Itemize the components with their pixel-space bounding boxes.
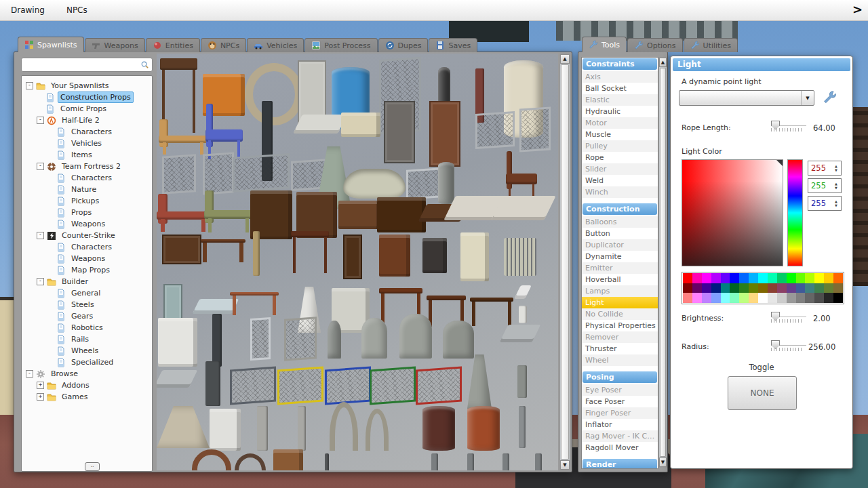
prop-thumbnail[interactable] <box>341 113 380 137</box>
blue-value-spinner[interactable]: 255▲▼ <box>808 196 842 211</box>
collapse-icon[interactable]: - <box>26 370 33 378</box>
scroll-down-button[interactable]: ▼ <box>560 460 570 470</box>
prop-thumbnail[interactable] <box>422 406 455 451</box>
tab-dupes[interactable]: Dupes <box>378 38 429 52</box>
prop-thumbnail[interactable] <box>277 367 323 405</box>
palette-swatch[interactable] <box>739 273 749 283</box>
palette-swatch[interactable] <box>824 273 833 283</box>
prop-thumbnail[interactable] <box>406 167 441 200</box>
tab-vehicles[interactable]: Vehicles <box>247 38 304 52</box>
prop-thumbnail[interactable] <box>253 231 260 276</box>
prop-thumbnail[interactable] <box>159 119 208 155</box>
prop-thumbnail[interactable] <box>203 152 234 195</box>
palette-swatch[interactable] <box>692 293 702 303</box>
palette-swatch[interactable] <box>758 273 768 283</box>
prop-thumbnail[interactable] <box>429 101 460 167</box>
scroll-up-button[interactable]: ▲ <box>560 54 570 64</box>
palette-swatch[interactable] <box>683 293 692 303</box>
palette-swatch[interactable] <box>768 283 777 293</box>
prop-thumbnail[interactable] <box>338 201 380 229</box>
palette-swatch[interactable] <box>768 273 777 283</box>
tool-item-weld[interactable]: Weld <box>582 175 658 186</box>
green-value-spinner[interactable]: 255▲▼ <box>808 178 842 193</box>
toggle-none-button[interactable]: NONE <box>728 376 797 410</box>
tree-node-vehicles[interactable]: Vehicles <box>22 138 152 149</box>
palette-swatch[interactable] <box>796 273 806 283</box>
collapse-icon[interactable]: - <box>37 163 44 170</box>
tree-node-weapons[interactable]: Weapons <box>22 218 152 230</box>
palette-swatch[interactable] <box>814 283 824 293</box>
tool-item-muscle[interactable]: Muscle <box>582 129 658 140</box>
palette-swatch[interactable] <box>711 293 721 303</box>
tree-node-builder[interactable]: -Builder <box>22 276 152 287</box>
prop-thumbnail[interactable] <box>273 449 303 470</box>
tab-weapons[interactable]: Weapons <box>85 38 145 52</box>
rope-length-slider[interactable] <box>770 121 806 131</box>
menu-item-npcs[interactable]: NPCs <box>56 5 98 15</box>
tree-node-your-spawnlists[interactable]: -Your Spawnlists <box>22 80 152 92</box>
prop-thumbnail[interactable] <box>257 406 268 451</box>
prop-thumbnail[interactable] <box>328 321 341 359</box>
tool-item-elastic[interactable]: Elastic <box>582 94 658 106</box>
palette-swatch[interactable] <box>758 283 768 293</box>
preset-wrench-icon[interactable] <box>823 90 836 104</box>
tool-item-winch[interactable]: Winch <box>582 186 658 198</box>
prop-thumbnail[interactable] <box>519 406 526 448</box>
prop-thumbnail[interactable] <box>205 361 220 406</box>
tree-node-characters[interactable]: Characters <box>22 126 152 138</box>
prop-thumbnail[interactable] <box>370 367 416 405</box>
tool-item-hoverball[interactable]: Hoverball <box>582 274 658 285</box>
tree-node-construction-props[interactable]: Construction Props <box>22 92 152 103</box>
prop-thumbnail[interactable] <box>366 409 389 451</box>
expand-chevron-icon[interactable]: > <box>852 2 863 16</box>
scroll-down-button[interactable]: ▼ <box>659 458 667 467</box>
palette-swatch[interactable] <box>730 293 739 303</box>
tool-item-dynamite[interactable]: Dynamite <box>582 251 658 262</box>
collapse-icon[interactable]: - <box>37 278 44 285</box>
collapse-icon[interactable]: - <box>37 117 44 124</box>
tool-item-eye-poser[interactable]: Eye Poser <box>582 384 658 396</box>
palette-swatch[interactable] <box>777 293 787 303</box>
prop-thumbnail[interactable] <box>245 63 303 125</box>
scroll-thumb[interactable] <box>660 68 666 457</box>
palette-swatch[interactable] <box>721 273 730 283</box>
tab-tools[interactable]: Tools <box>582 37 627 52</box>
palette-swatch[interactable] <box>683 273 692 283</box>
prop-thumbnail[interactable] <box>250 317 271 361</box>
prop-thumbnail[interactable] <box>467 453 474 470</box>
prop-thumbnail[interactable] <box>233 153 290 192</box>
tool-item-lamps[interactable]: Lamps <box>582 285 658 297</box>
palette-swatch[interactable] <box>711 283 721 293</box>
palette-swatch[interactable] <box>702 273 711 283</box>
palette-swatch[interactable] <box>824 283 833 293</box>
palette-swatch[interactable] <box>702 293 711 303</box>
tree-node-characters[interactable]: Characters <box>22 172 152 184</box>
tool-item-axis[interactable]: Axis <box>582 71 658 83</box>
prop-thumbnail[interactable] <box>291 231 329 273</box>
collapse-icon[interactable]: - <box>37 232 44 239</box>
prop-thumbnail[interactable] <box>379 235 410 277</box>
palette-swatch[interactable] <box>833 283 843 293</box>
prop-thumbnail[interactable] <box>384 101 415 163</box>
scroll-thumb[interactable] <box>561 64 569 460</box>
tool-item-rope[interactable]: Rope <box>582 152 658 163</box>
prop-thumbnail[interactable] <box>377 197 426 232</box>
tool-item-wheel[interactable]: Wheel <box>582 354 658 366</box>
palette-swatch[interactable] <box>796 293 806 303</box>
brightness-slider[interactable] <box>770 312 806 323</box>
tool-item-emitter[interactable]: Emitter <box>582 262 658 274</box>
palette-swatch[interactable] <box>721 293 730 303</box>
palette-swatch[interactable] <box>692 273 702 283</box>
palette-swatch[interactable] <box>805 293 814 303</box>
palette-swatch[interactable] <box>796 283 806 293</box>
expand-icon[interactable]: + <box>37 382 44 389</box>
prop-thumbnail[interactable] <box>519 306 527 323</box>
prop-thumbnail[interactable] <box>293 115 347 134</box>
tool-item-ball-socket[interactable]: Ball Socket <box>582 83 658 94</box>
tool-item-balloons[interactable]: Balloons <box>582 216 658 228</box>
prop-thumbnail[interactable] <box>204 190 253 232</box>
tree-node-characters[interactable]: Characters <box>22 241 152 253</box>
tab-saves[interactable]: Saves <box>429 38 477 52</box>
prop-thumbnail[interactable] <box>192 449 231 470</box>
tool-item-face-poser[interactable]: Face Poser <box>582 396 658 407</box>
